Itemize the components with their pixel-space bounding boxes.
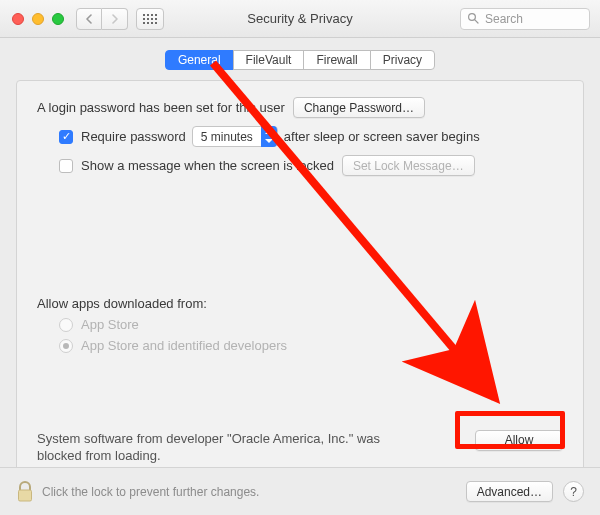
window-controls <box>0 13 64 25</box>
search-field[interactable] <box>460 8 590 30</box>
close-icon[interactable] <box>12 13 24 25</box>
zoom-icon[interactable] <box>52 13 64 25</box>
minimize-icon[interactable] <box>32 13 44 25</box>
allow-button[interactable]: Allow <box>475 430 563 451</box>
show-message-label: Show a message when the screen is locked <box>81 158 334 173</box>
require-password-checkbox[interactable] <box>59 130 73 144</box>
tab-privacy[interactable]: Privacy <box>370 50 435 70</box>
help-button[interactable]: ? <box>563 481 584 502</box>
grid-icon <box>143 14 157 24</box>
stepper-icon <box>261 126 277 147</box>
back-button[interactable] <box>76 8 102 30</box>
allow-apps-header: Allow apps downloaded from: <box>37 296 563 311</box>
radio-identified-developers: App Store and identified developers <box>37 338 563 353</box>
bottom-bar: Click the lock to prevent further change… <box>0 467 600 515</box>
search-input[interactable] <box>483 11 583 27</box>
tab-general[interactable]: General <box>165 50 234 70</box>
blocked-software-text: System software from developer "Oracle A… <box>37 430 417 465</box>
search-icon <box>467 12 479 26</box>
general-panel: A login password has been set for this u… <box>16 80 584 480</box>
forward-button[interactable] <box>102 8 128 30</box>
tab-firewall[interactable]: Firewall <box>303 50 370 70</box>
nav-back-forward[interactable] <box>76 8 128 30</box>
radio-icon <box>59 318 73 332</box>
change-password-button[interactable]: Change Password… <box>293 97 425 118</box>
require-password-delay-select[interactable]: 5 minutes <box>192 126 278 147</box>
tab-filevault[interactable]: FileVault <box>233 50 305 70</box>
set-lock-message-button: Set Lock Message… <box>342 155 475 176</box>
show-all-button[interactable] <box>136 8 164 30</box>
lock-icon[interactable] <box>16 480 34 504</box>
svg-rect-2 <box>19 490 32 501</box>
show-message-checkbox[interactable] <box>59 159 73 173</box>
radio-app-store-label: App Store <box>81 317 139 332</box>
radio-icon <box>59 339 73 353</box>
tabs: General FileVault Firewall Privacy <box>0 50 600 70</box>
login-password-text: A login password has been set for this u… <box>37 100 285 115</box>
svg-line-1 <box>475 19 478 22</box>
require-password-delay-value: 5 minutes <box>201 130 253 144</box>
require-password-label: Require password <box>81 129 186 144</box>
radio-app-store: App Store <box>37 317 563 332</box>
advanced-button[interactable]: Advanced… <box>466 481 553 502</box>
lock-text: Click the lock to prevent further change… <box>42 485 259 499</box>
titlebar: Security & Privacy <box>0 0 600 38</box>
radio-identified-label: App Store and identified developers <box>81 338 287 353</box>
require-password-tail: after sleep or screen saver begins <box>284 129 480 144</box>
